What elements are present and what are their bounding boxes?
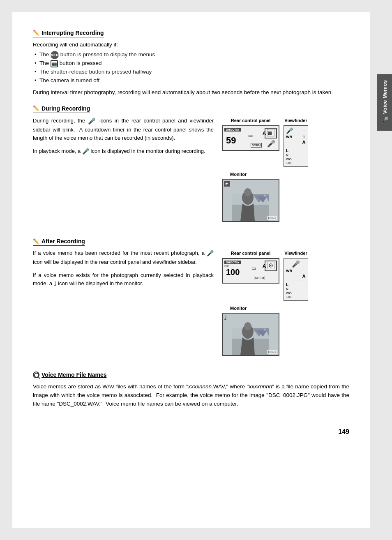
after-text1: If a voice memo has been recorded for th… <box>33 249 214 266</box>
mic-after-inline: 🎤 <box>207 250 214 256</box>
vf-l-during: L <box>286 148 306 153</box>
filename-example-italic: xxxxnnnn <box>188 383 212 390</box>
vf-iso-after: ISO100 <box>286 291 306 299</box>
search-icon-filenames <box>33 372 39 378</box>
wb-box-after <box>265 261 277 271</box>
monitor-code-after: 100-1 <box>267 350 277 354</box>
norm-label-during: NORM <box>251 143 262 148</box>
interrupting-bullets: The MENU button is pressed to display th… <box>33 51 349 85</box>
pencil-icon-3: ✏️ <box>33 238 39 245</box>
content: ✏️ Interrupting Recording Recording will… <box>33 29 349 436</box>
during-vf-label: Viewfinder <box>284 118 307 123</box>
after-title: After Recording <box>42 238 85 245</box>
after-monitor-label: Monitor <box>230 306 247 311</box>
filename-example-italic2: xxxxnnnn <box>249 383 272 390</box>
sidebar-mic-icon: 🎤 <box>381 116 389 125</box>
bullet-2: The 📷 button is pressed <box>33 59 349 68</box>
interrupting-header: ✏️ Interrupting Recording <box>33 30 104 37</box>
pencil-icon: ✏️ <box>33 30 39 36</box>
during-rear-label: Rear control panel <box>231 118 271 123</box>
after-text2: If a voice memo exists for the photograp… <box>33 271 214 288</box>
interrupting-footer: During interval timer photography, recor… <box>33 88 349 97</box>
sidebar-tab: 🎤 Voice Memos <box>377 74 392 131</box>
mic-inline-2: 🎤 <box>82 148 89 155</box>
during-viewfinder: 🎤 — WB ⊙ A L N ISO100 <box>284 125 308 167</box>
camera-button-icon: 📷 <box>51 60 58 67</box>
after-rear-label: Rear control panel <box>231 251 271 256</box>
after-monitor: ♩ 100-1 <box>222 313 279 356</box>
monitor-code-during: 100-1 <box>267 216 277 220</box>
menu-button-icon: MENU <box>51 51 59 59</box>
section-after: ✏️ After Recording If a voice memo has b… <box>33 238 349 365</box>
after-vf-label: Viewfinder <box>284 251 307 256</box>
shootia-label: SHOOTIA <box>224 128 241 132</box>
section-interrupting: ✏️ Interrupting Recording Recording will… <box>33 29 349 97</box>
page: ✏️ Interrupting Recording Recording will… <box>12 12 370 528</box>
vf-mic-during: 🎤 <box>286 127 293 134</box>
interrupting-title: Interrupting Recording <box>42 30 104 36</box>
svg-point-10 <box>270 265 272 266</box>
vf-dots: ⊙ <box>302 135 306 139</box>
after-rear-panel: SHOOTIA ISO 100 ▭ A NORM <box>222 258 279 284</box>
vf-n-during: N <box>286 153 306 157</box>
filenames-title: Voice Memo File Names <box>42 372 106 378</box>
note-icon: ♩ <box>54 280 57 287</box>
vf-n-after: N <box>286 287 306 291</box>
filenames-header: Voice Memo File Names <box>33 372 106 379</box>
page-number: 149 <box>33 424 349 436</box>
svg-line-18 <box>38 377 40 378</box>
bullet-1: The MENU button is pressed to display th… <box>33 51 349 59</box>
during-monitor-label: Monitor <box>230 172 247 177</box>
vf-dash: — <box>302 129 306 133</box>
bullet-3: The shutter-release button is pressed ha… <box>33 68 349 76</box>
pencil-icon-2: ✏️ <box>33 105 39 111</box>
svg-point-16 <box>244 322 251 330</box>
during-title: During Recording <box>42 105 90 112</box>
monitor-corner-during: ▶ <box>224 181 230 187</box>
vf-a-during: A <box>302 140 306 145</box>
svg-point-7 <box>244 188 251 196</box>
svg-point-17 <box>35 373 39 377</box>
person-svg-after <box>232 320 269 355</box>
during-header: ✏️ During Recording <box>33 105 90 113</box>
vf-iso-during: ISO100 <box>286 157 306 165</box>
frame-icon: ▭ <box>248 133 253 138</box>
after-right: Rear control panel Viewfinder SHOOTIA IS… <box>222 249 349 356</box>
during-left: During recording, the 🎤 icons in the rea… <box>33 116 214 222</box>
vf-wb-after: WB <box>286 269 292 273</box>
iso-label-after: ISO <box>224 265 229 268</box>
mic-inline-1: 🎤 <box>88 118 97 125</box>
svg-text:▦: ▦ <box>268 131 272 135</box>
sidebar-label: Voice Memos <box>382 80 388 114</box>
shootia-label-after: SHOOTIA <box>224 261 241 264</box>
wb-box-during: ▦ <box>265 128 277 138</box>
interrupting-intro: Recording will end automatically if: <box>33 41 349 49</box>
during-monitor: ▶ <box>222 179 279 222</box>
vf-l-after: L <box>286 282 306 287</box>
frame-icon-after: ▭ <box>251 265 256 271</box>
during-right: Rear control panel Viewfinder SHOOTIA 59… <box>222 116 349 222</box>
vf-a-after: A <box>302 274 306 279</box>
after-left: If a voice memo has been recorded for th… <box>33 249 214 356</box>
during-text1: During recording, the 🎤 icons in the rea… <box>33 116 214 143</box>
after-viewfinder: 🎤 WB A L N ISO100 <box>284 258 308 301</box>
person-svg-during <box>232 186 269 221</box>
vf-wb-during: WB <box>286 135 292 139</box>
filenames-text: Voice memos are stored as WAV files with… <box>33 383 349 408</box>
section-filenames: Voice Memo File Names Voice memos are st… <box>33 372 349 408</box>
section-during: ✏️ During Recording During recording, th… <box>33 104 349 230</box>
mic-rear-during: 🎤 <box>267 140 275 148</box>
norm-label-after: NORM <box>254 276 265 280</box>
during-content: During recording, the 🎤 icons in the rea… <box>33 116 349 222</box>
number-after: 100 <box>226 268 240 276</box>
countdown-number: 59 <box>226 136 236 145</box>
monitor-corner-after: ♩ <box>224 315 230 321</box>
bullet-4: The camera is turned off <box>33 76 349 85</box>
after-header: ✏️ After Recording <box>33 238 85 246</box>
after-content: If a voice memo has been recorded for th… <box>33 249 349 356</box>
during-text2: In playback mode, a 🎤 icon is displayed … <box>33 147 214 156</box>
during-rear-panel: SHOOTIA 59 ▭ A ▦ NORM 🎤 <box>222 125 279 151</box>
vf-mic-after: 🎤 <box>292 260 300 268</box>
